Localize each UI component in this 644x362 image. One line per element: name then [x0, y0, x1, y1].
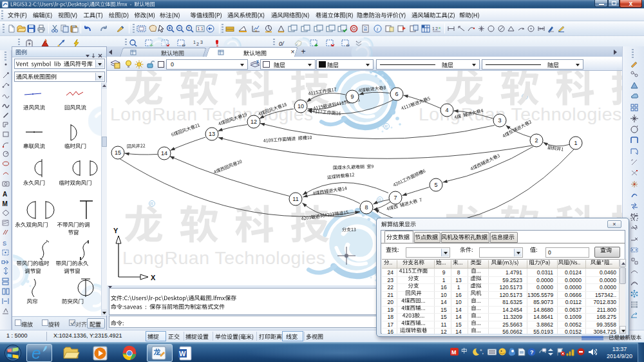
svg-text:M: M: [3, 200, 8, 207]
svg-text:W: W: [179, 350, 186, 357]
svg-text:2: 2: [535, 137, 538, 144]
svg-text:M: M: [451, 349, 457, 356]
svg-text:11: 11: [292, 196, 298, 202]
svg-text:?: ?: [188, 26, 191, 30]
svg-text:4: 4: [445, 107, 448, 113]
svg-text:S: S: [3, 240, 6, 247]
svg-text:1:1: 1:1: [198, 26, 204, 31]
svg-text:8: 8: [365, 204, 368, 211]
svg-text:A: A: [255, 29, 258, 33]
svg-text:1: 1: [574, 140, 577, 146]
svg-text:LongRuan Technologies: LongRuan Technologies: [110, 104, 314, 124]
svg-text:Y: Y: [113, 227, 118, 234]
svg-text:A: A: [3, 191, 7, 198]
svg-text:10: 10: [298, 103, 304, 110]
svg-text:1: 1: [193, 40, 196, 44]
svg-text:7: 7: [393, 195, 397, 201]
svg-text:e: e: [32, 345, 41, 361]
svg-text:R: R: [150, 202, 153, 206]
svg-text:12: 12: [251, 119, 257, 125]
svg-text:15: 15: [115, 149, 121, 156]
svg-text:R: R: [384, 124, 388, 129]
svg-text:6: 6: [395, 91, 398, 97]
svg-text:X: X: [151, 274, 156, 281]
svg-text:3: 3: [498, 117, 501, 124]
svg-text:i: i: [377, 26, 378, 32]
svg-text:13: 13: [209, 131, 215, 137]
svg-text:2: 2: [196, 42, 199, 46]
svg-text:14: 14: [161, 150, 167, 157]
svg-text:9: 9: [350, 93, 354, 100]
svg-text:2: 2: [435, 26, 438, 31]
svg-text:3: 3: [200, 40, 203, 44]
svg-text:?: ?: [530, 349, 534, 356]
svg-text:x: x: [439, 26, 440, 30]
svg-text:1: 1: [432, 26, 435, 31]
svg-text:5: 5: [434, 182, 437, 188]
svg-text:°,: °,: [480, 348, 484, 355]
svg-text:LongRuan Technologies: LongRuan Technologies: [122, 247, 326, 268]
